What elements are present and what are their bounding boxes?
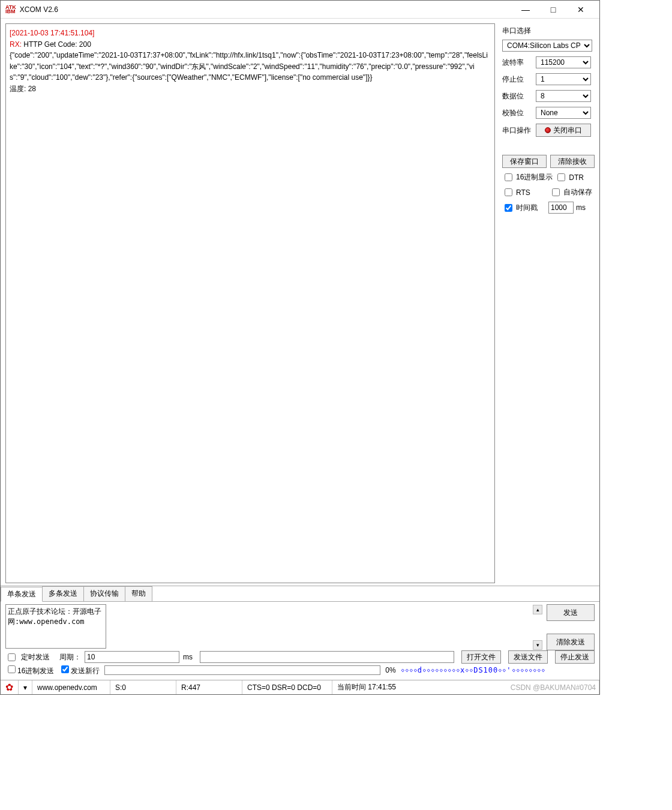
maximize-button[interactable]: □ — [539, 1, 567, 19]
rx-prefix: RX: — [10, 40, 22, 49]
timestamp-unit: ms — [576, 203, 586, 212]
clear-receive-button[interactable]: 清除接收 — [550, 155, 595, 168]
parity-select[interactable]: None — [536, 107, 591, 119]
dtr-checkbox[interactable] — [557, 173, 565, 181]
app-window: ATKIBM XCOM V2.6 — □ ✕ [2021-10-03 17:41… — [0, 0, 600, 695]
baud-label: 波特率 — [502, 58, 536, 68]
tab-single-send[interactable]: 单条发送 — [1, 587, 43, 602]
send-button[interactable]: 发送 — [547, 604, 595, 621]
timestamp-label: 时间戳 — [516, 203, 538, 213]
progress-percent: 0% — [385, 666, 395, 674]
window-title: XCOM V2.6 — [20, 5, 512, 14]
send-newline-label: 发送新行 — [71, 667, 100, 675]
stop-select[interactable]: 1 — [536, 73, 591, 85]
timestamp-input[interactable] — [548, 202, 574, 214]
tab-help[interactable]: 帮助 — [125, 586, 152, 601]
settings-gear-icon[interactable]: ✿ — [1, 680, 19, 694]
send-tabs: 单条发送 多条发送 协议传输 帮助 — [1, 586, 599, 602]
open-file-button[interactable]: 打开文件 — [461, 650, 501, 664]
rx-http-line: HTTP Get Code: 200 — [22, 40, 91, 49]
timestamp-checkbox[interactable] — [505, 204, 512, 212]
serial-group-title: 串口选择 — [502, 26, 595, 36]
save-window-button[interactable]: 保存窗口 — [502, 155, 547, 168]
send-newline-checkbox[interactable] — [61, 665, 69, 673]
clear-send-button[interactable]: 清除发送 — [547, 634, 595, 650]
tab-protocol[interactable]: 协议传输 — [83, 586, 125, 601]
hex-display-label: 16进制显示 — [516, 172, 553, 182]
titlebar: ATKIBM XCOM V2.6 — □ ✕ — [1, 1, 599, 19]
hex-send-label: 16进制发送 — [17, 667, 54, 675]
scroll-down-icon[interactable]: ▾ — [533, 640, 542, 650]
status-signals: CTS=0 DSR=0 DCD=0 — [242, 680, 332, 694]
status-bar: ✿ ▾ www.openedv.com S:0 R:447 CTS=0 DSR=… — [1, 680, 599, 694]
app-logo-icon: ATKIBM — [5, 5, 16, 14]
rts-label: RTS — [516, 188, 530, 197]
tab-multi-send[interactable]: 多条发送 — [42, 586, 84, 601]
baud-select[interactable]: 115200 — [536, 56, 591, 68]
period-unit: ms — [183, 653, 193, 661]
timed-send-checkbox[interactable] — [8, 653, 16, 661]
watermark: CSDN @BAKUMAN#0704 — [511, 683, 596, 692]
minimize-button[interactable]: — — [512, 1, 539, 19]
op-label: 串口操作 — [502, 125, 536, 136]
status-s-count: S:0 — [110, 680, 176, 694]
rx-temp-line: 温度: 28 — [10, 85, 36, 93]
dtr-label: DTR — [569, 173, 584, 182]
send-textarea[interactable]: 正点原子技术论坛：开源电子网:www.openedv.com — [5, 604, 106, 649]
status-url[interactable]: www.openedv.com — [32, 680, 110, 694]
data-select[interactable]: 8 — [536, 90, 591, 102]
port-toggle-button[interactable]: 关闭串口 — [536, 124, 591, 137]
hex-display-checkbox[interactable] — [505, 173, 512, 181]
status-r-count: R:447 — [176, 680, 242, 694]
port-select[interactable]: COM4:Silicon Labs CP2 — [502, 40, 592, 52]
scroll-up-icon[interactable]: ▴ — [533, 605, 542, 614]
progress-bar — [104, 665, 380, 675]
stop-send-button[interactable]: 停止发送 — [555, 650, 595, 664]
close-button[interactable]: ✕ — [567, 1, 595, 19]
serial-panel: 串口选择 COM4:Silicon Labs CP2 波特率115200 停止位… — [497, 19, 599, 586]
file-path-input[interactable] — [200, 651, 454, 663]
hex-send-checkbox[interactable] — [8, 665, 16, 673]
receive-textarea[interactable]: [2021-10-03 17:41:51.104] RX: HTTP Get C… — [5, 23, 495, 583]
autosave-checkbox[interactable] — [552, 188, 560, 196]
rts-checkbox[interactable] — [505, 188, 512, 196]
stop-label: 停止位 — [502, 74, 536, 85]
binary-tail: ￮￮￮￮d￮￮￮￮￮￮￮￮￮x￮￮DS100￮￮'￮￮￮￮￮￮￮￮ — [401, 666, 595, 674]
parity-label: 校验位 — [502, 108, 536, 118]
period-input[interactable] — [85, 651, 179, 663]
send-file-button[interactable]: 发送文件 — [508, 650, 548, 664]
port-status-icon — [545, 127, 551, 133]
dropdown-arrow-icon[interactable]: ▾ — [19, 680, 32, 694]
rx-timestamp: [2021-10-03 17:41:51.104] — [10, 29, 94, 37]
autosave-label: 自动保存 — [563, 187, 592, 197]
timed-send-label: 定时发送 — [21, 652, 50, 662]
rx-json-body: {"code":"200","updateTime":"2021-10-03T1… — [10, 51, 488, 82]
period-label: 周期： — [59, 652, 81, 662]
data-label: 数据位 — [502, 91, 536, 101]
